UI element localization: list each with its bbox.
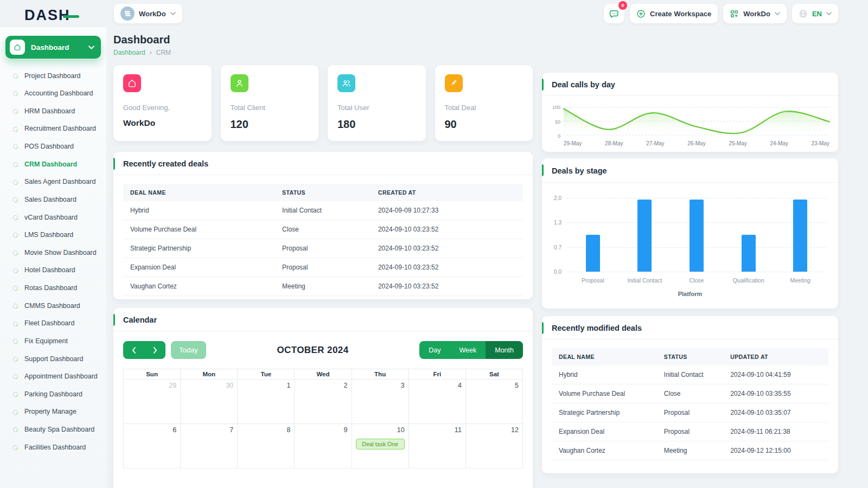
sidebar-item-pos-dashboard[interactable]: POS Dashboard	[5, 138, 101, 156]
header-actions: 0 Create Workspace WorkDo EN	[604, 4, 838, 23]
stat-card-total-client: Total Client120	[221, 65, 319, 141]
calendar-day-cell-1[interactable]: 1	[238, 380, 295, 424]
bullet-circle-icon	[12, 303, 19, 310]
recently-modified-deals-card: Recently modified deals DEAL NAMESTATUSU…	[542, 316, 838, 473]
sidebar-item-accounting-dashboard[interactable]: Accounting Dashboard	[5, 85, 101, 103]
sidebar-item-sales-dashboard[interactable]: Sales Dashboard	[5, 191, 101, 209]
calendar-day-cell-29[interactable]: 29	[124, 380, 181, 424]
sidebar-item-rotas-dashboard[interactable]: Rotas Dashboard	[5, 280, 101, 298]
calendar-today-button[interactable]: Today	[171, 341, 206, 359]
table-row: Strategic PartnershipProposal2024-09-10 …	[552, 403, 828, 422]
chevron-left-icon	[132, 347, 136, 354]
sidebar-item-label: CMMS Dashboard	[24, 302, 80, 311]
calendar-day-cell-30[interactable]: 30	[181, 380, 238, 424]
sidebar-item-hrm-dashboard[interactable]: HRM Dashboard	[5, 102, 101, 120]
sidebar-item-label: Accounting Dashboard	[24, 89, 93, 98]
rocket-icon	[445, 74, 463, 92]
calendar-day-cell-12[interactable]: 12	[465, 424, 522, 468]
calendar-day-cell-6[interactable]: 6	[124, 424, 181, 468]
calendar-day-cell-5[interactable]: 5	[465, 380, 522, 424]
table-cell: Close	[657, 384, 723, 403]
language-selector[interactable]: EN	[792, 4, 838, 23]
sidebar-item-beauty-spa-dashboard[interactable]: Beauty Spa Dashboard	[5, 421, 101, 439]
calendar-day-cell-8[interactable]: 8	[238, 424, 295, 468]
globe-icon	[799, 9, 808, 18]
calendar-day-cell-4[interactable]: 4	[409, 380, 465, 424]
calendar-day-cell-7[interactable]: 7	[181, 424, 238, 468]
area-y-tick: 0	[558, 133, 560, 139]
left-column: Good Evening,WorkDoTotal Client120Total …	[113, 65, 533, 488]
right-column: Deal calls by day 100500 29-May28-May27-…	[542, 73, 838, 473]
table-cell: Strategic Partnership	[123, 239, 275, 258]
bullet-circle-icon	[12, 391, 19, 398]
sidebar-item-recruitment-dashboard[interactable]: Recruitment Dashboard	[5, 120, 101, 138]
page-title: Dashboard	[113, 34, 838, 46]
sidebar-item-property-manage[interactable]: Property Manage	[5, 403, 101, 421]
column-header-deal-name: DEAL NAME	[552, 348, 657, 365]
sidebar-item-fleet-dashboard[interactable]: Fleet Dashboard	[5, 315, 101, 333]
table-cell: 2024-09-10 03:35:07	[723, 403, 828, 422]
sidebar-item-vcard-dashboard[interactable]: vCard Dashboard	[5, 209, 101, 227]
bullet-circle-icon	[12, 108, 19, 115]
create-workspace-button[interactable]: Create Workspace	[630, 4, 718, 23]
calendar-day-cell-11[interactable]: 11	[409, 424, 465, 468]
sidebar-item-parking-dashboard[interactable]: Parking Dashboard	[5, 386, 101, 403]
workspace-menu-button[interactable]: WorkDo	[723, 4, 787, 23]
home-icon	[10, 40, 25, 55]
calendar-view-switcher: DayWeekMonth	[419, 341, 523, 359]
calendar-view-week-button[interactable]: Week	[450, 341, 486, 359]
sidebar-item-label: Sales Dashboard	[24, 196, 76, 204]
sidebar-item-hotel-dashboard[interactable]: Hotel Dashboard	[5, 262, 101, 280]
sidebar-item-fix-equipment[interactable]: Fix Equipment	[5, 332, 101, 350]
sidebar-item-project-dashboard[interactable]: Project Dashboard	[5, 67, 101, 85]
sidebar-dashboard-button[interactable]: Dashboard	[5, 36, 101, 59]
sidebar-item-support-dashboard[interactable]: Support Dashboard	[5, 350, 101, 368]
breadcrumb: Dashboard › CRM	[113, 49, 838, 56]
sidebar-item-crm-dashboard[interactable]: CRM Dashboard	[5, 156, 101, 174]
sidebar-item-movie-show-dashboard[interactable]: Movie Show Dashboard	[5, 244, 101, 262]
breadcrumb-dashboard-link[interactable]: Dashboard	[113, 49, 145, 56]
table-cell: Strategic Partnership	[552, 403, 657, 422]
calendar-day-cell-3[interactable]: 3	[352, 380, 409, 424]
calendar-day-cell-2[interactable]: 2	[295, 380, 352, 424]
bullet-circle-icon	[12, 126, 19, 133]
workspace-switcher[interactable]: WorkDo	[114, 4, 182, 23]
bullet-circle-icon	[12, 409, 19, 416]
calendar-day-header-fri: Fri	[409, 369, 465, 380]
calendar-day-cell-10[interactable]: 10Deal task One	[352, 424, 409, 468]
calendar-view-day-button[interactable]: Day	[419, 341, 450, 359]
sidebar: Dashboard Project DashboardAccounting Da…	[0, 27, 106, 488]
sidebar-item-cmms-dashboard[interactable]: CMMS Dashboard	[5, 297, 101, 315]
stat-label: Total Deal	[445, 104, 524, 112]
sidebar-item-sales-agent-dashboard[interactable]: Sales Agent Dashboard	[5, 174, 101, 191]
stat-label: Total Client	[231, 104, 309, 112]
calendar-day-cell-9[interactable]: 9	[295, 424, 352, 468]
bar-qualification	[742, 235, 756, 272]
table-cell: Proposal	[657, 422, 723, 441]
table-cell: 2024-09-10 03:23:52	[371, 258, 523, 277]
logo-dash-accent	[63, 15, 79, 18]
home-icon	[123, 74, 141, 92]
table-cell: 2024-09-10 03:23:52	[371, 239, 523, 258]
sidebar-item-label: Project Dashboard	[24, 72, 81, 81]
sidebar-item-label: Fleet Dashboard	[24, 319, 74, 328]
calendar-event[interactable]: Deal task One	[356, 439, 405, 450]
calendar-view-month-button[interactable]: Month	[486, 341, 523, 359]
sidebar-item-facilities-dashboard[interactable]: Facilities Dashboard	[5, 439, 101, 457]
calendar-day-header-thu: Thu	[352, 369, 409, 380]
area-x-tick: 29-May	[564, 140, 582, 146]
calendar-next-button[interactable]	[144, 341, 165, 359]
bullet-circle-icon	[12, 232, 19, 239]
deals-by-stage-title: Deals by stage	[542, 158, 838, 183]
calendar-prev-button[interactable]	[123, 341, 144, 359]
deal-calls-chart: 100500	[564, 106, 829, 137]
stat-value: 120	[231, 118, 309, 131]
sidebar-item-appointment-dashboard[interactable]: Appointment Dashboard	[5, 368, 101, 386]
area-x-tick: 25-May	[729, 140, 746, 146]
bullet-circle-icon	[12, 338, 19, 345]
sidebar-item-label: Property Manage	[24, 408, 76, 416]
sidebar-item-lms-dashboard[interactable]: LMS Dashboard	[5, 227, 101, 245]
messages-button[interactable]: 0	[604, 4, 624, 23]
recently-created-deals-card: Recently created deals DEAL NAMESTATUSCR…	[113, 152, 533, 299]
recently-modified-deals-table-wrap: DEAL NAMESTATUSUPDATED ATHybridInitial C…	[542, 339, 838, 463]
